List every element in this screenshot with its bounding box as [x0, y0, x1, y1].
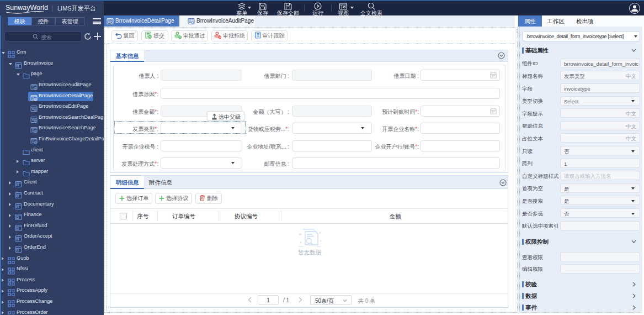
svg-text:LIMS开发平台: LIMS开发平台 — [57, 5, 96, 12]
svg-text:SunwayWorld: SunwayWorld — [6, 4, 48, 12]
